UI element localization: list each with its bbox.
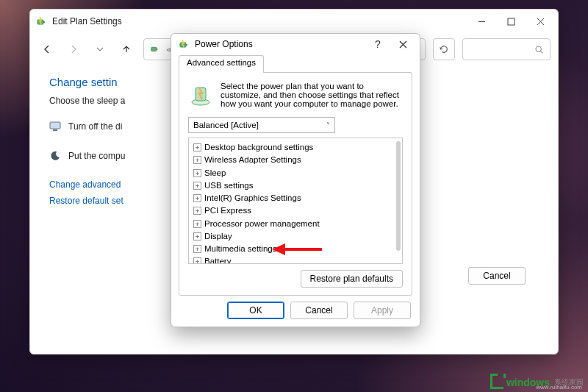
recent-button[interactable] [90, 40, 110, 59]
window-title: Edit Plan Settings [52, 16, 122, 26]
search-icon [534, 45, 544, 54]
watermark-url: www.ruihaifu.com [536, 384, 582, 391]
tree-item-battery[interactable]: +Battery [193, 255, 398, 264]
svg-rect-1 [43, 21, 45, 23]
ok-button[interactable]: OK [227, 302, 284, 319]
expander-icon[interactable]: + [193, 207, 201, 215]
chevron-down-icon: ˅ [326, 121, 330, 129]
apply-button[interactable]: Apply [354, 302, 411, 319]
cancel-button[interactable]: Cancel [468, 267, 526, 285]
tree-item-wireless[interactable]: +Wireless Adapter Settings [193, 154, 398, 166]
dialog-close-button[interactable] [390, 34, 415, 54]
dialog-cancel-button[interactable]: Cancel [290, 302, 348, 319]
help-button[interactable]: ? [365, 38, 390, 50]
svg-rect-9 [186, 44, 187, 46]
refresh-button[interactable] [433, 38, 455, 60]
tree-item-sleep[interactable]: +Sleep [193, 167, 398, 179]
tab-advanced-settings[interactable]: Advanced settings [179, 55, 264, 73]
intro-text: Select the power plan that you want to c… [220, 82, 403, 108]
expander-icon[interactable]: + [193, 194, 201, 202]
dialog-titlebar[interactable]: Power Options ? [171, 34, 420, 54]
display-icon [49, 121, 61, 132]
combo-value: Balanced [Active] [193, 121, 259, 129]
expander-icon[interactable]: + [193, 156, 201, 164]
forward-button[interactable] [64, 40, 83, 59]
power-plan-icon [188, 82, 213, 107]
expander-icon[interactable]: + [193, 245, 201, 253]
minimize-button[interactable] [467, 10, 496, 32]
app-icon [36, 15, 48, 27]
address-app-icon [150, 43, 162, 55]
tree-item-multimedia[interactable]: +Multimedia settings [193, 243, 398, 255]
power-options-dialog: Power Options ? Advanced settings Select… [171, 33, 420, 327]
close-button[interactable] [526, 10, 555, 32]
dialog-app-icon [179, 38, 190, 50]
svg-rect-6 [50, 122, 60, 129]
intro-block: Select the power plan that you want to c… [188, 82, 403, 108]
settings-tree: +Desktop background settings +Wireless A… [188, 138, 403, 264]
expander-icon[interactable]: + [193, 143, 201, 152]
tree-item-pci-express[interactable]: +PCI Express [193, 204, 398, 217]
moon-icon [49, 150, 61, 162]
up-button[interactable] [117, 40, 136, 59]
dialog-button-row: OK Cancel Apply [171, 296, 420, 328]
power-plan-combo[interactable]: Balanced [Active] ˅ [188, 117, 335, 133]
titlebar[interactable]: Edit Plan Settings [30, 10, 558, 33]
expander-icon[interactable]: + [193, 232, 201, 240]
expander-icon[interactable]: + [193, 182, 201, 190]
tree-item-processor[interactable]: +Processor power management [193, 218, 398, 230]
svg-rect-3 [151, 47, 157, 51]
sleep-label: Put the compu [68, 151, 125, 161]
svg-point-5 [536, 46, 541, 51]
back-button[interactable] [37, 40, 57, 59]
restore-plan-defaults-button[interactable]: Restore plan defaults [301, 270, 403, 288]
tree-item-intel-graphics[interactable]: +Intel(R) Graphics Settings [193, 192, 398, 204]
svg-rect-2 [508, 18, 514, 25]
expander-icon[interactable]: + [193, 169, 201, 177]
dialog-title: Power Options [195, 39, 253, 49]
tree-item-display[interactable]: +Display [193, 230, 398, 243]
maximize-button[interactable] [496, 10, 526, 32]
search-input[interactable] [462, 38, 551, 60]
tree-item-usb[interactable]: +USB settings [193, 179, 398, 192]
expander-icon[interactable]: + [193, 257, 201, 264]
expander-icon[interactable]: + [193, 220, 201, 228]
svg-rect-7 [53, 129, 57, 131]
svg-rect-4 [157, 49, 158, 50]
display-off-label: Turn off the di [68, 121, 122, 132]
scrollbar[interactable] [396, 140, 401, 262]
tree-item-desktop-background[interactable]: +Desktop background settings [193, 141, 398, 154]
watermark-logo-icon [490, 376, 503, 389]
tab-panel: Select the power plan that you want to c… [179, 72, 412, 296]
